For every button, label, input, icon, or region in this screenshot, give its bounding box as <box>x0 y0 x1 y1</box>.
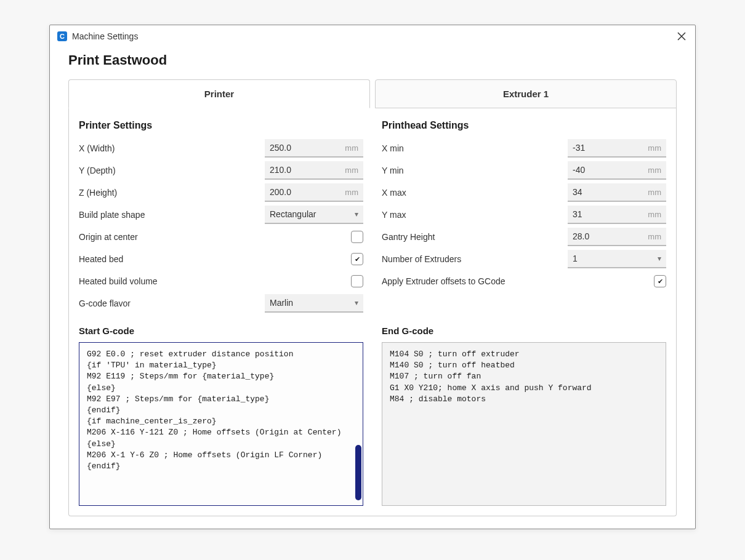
x-min-input[interactable]: -31 mm <box>568 139 666 158</box>
gcode-flavor-label: G-code flavor <box>79 298 265 308</box>
end-gcode-textarea[interactable]: M104 S0 ; turn off extruder M140 S0 ; tu… <box>382 342 666 506</box>
gantry-height-unit: mm <box>648 232 661 241</box>
tab-printer[interactable]: Printer <box>68 79 370 108</box>
gcode-flavor-value: Marlin <box>270 298 355 308</box>
gantry-height-value: 28.0 <box>573 231 648 241</box>
gantry-height-label: Gantry Height <box>382 232 568 242</box>
y-max-label: Y max <box>382 210 568 220</box>
y-depth-label: Y (Depth) <box>79 166 265 175</box>
machine-settings-window: C Machine Settings Print Eastwood Printe… <box>49 25 696 529</box>
printhead-settings-title: Printhead Settings <box>382 120 666 131</box>
tabpanel-printer: Printer Settings X (Width) 250.0 mm Y (D… <box>68 108 677 516</box>
tab-extruder-1[interactable]: Extruder 1 <box>375 79 677 108</box>
y-depth-unit: mm <box>345 166 358 175</box>
gcode-flavor-select[interactable]: Marlin ▾ <box>265 294 363 313</box>
scrollbar[interactable] <box>355 445 361 500</box>
printer-settings-title: Printer Settings <box>79 120 363 131</box>
start-gcode-textarea[interactable]: G92 E0.0 ; reset extruder distance posit… <box>79 342 363 506</box>
x-max-input[interactable]: 34 mm <box>568 183 666 202</box>
gantry-height-input[interactable]: 28.0 mm <box>568 228 666 246</box>
build-plate-shape-value: Rectangular <box>270 209 355 219</box>
y-min-value: -40 <box>573 165 648 175</box>
x-width-value: 250.0 <box>270 143 345 153</box>
x-width-unit: mm <box>345 143 358 153</box>
start-gcode-title: Start G-code <box>79 326 363 336</box>
z-height-unit: mm <box>345 188 358 197</box>
app-icon: C <box>57 31 67 41</box>
z-height-value: 200.0 <box>270 187 345 197</box>
x-min-value: -31 <box>573 143 648 153</box>
end-gcode-content: M104 S0 ; turn off extruder M140 S0 ; tu… <box>390 350 592 404</box>
titlebar: C Machine Settings <box>50 25 695 46</box>
build-plate-shape-select[interactable]: Rectangular ▾ <box>265 206 363 224</box>
close-icon <box>677 32 686 41</box>
y-depth-input[interactable]: 210.0 mm <box>265 161 363 180</box>
y-depth-value: 210.0 <box>270 165 345 175</box>
page-title: Print Eastwood <box>68 52 677 68</box>
chevron-down-icon: ▾ <box>658 254 661 263</box>
chevron-down-icon: ▾ <box>355 210 358 218</box>
heated-bed-label: Heated bed <box>79 254 351 264</box>
origin-at-center-checkbox[interactable] <box>351 231 363 243</box>
x-width-input[interactable]: 250.0 mm <box>265 139 363 158</box>
num-extruders-select[interactable]: 1 ▾ <box>568 250 666 268</box>
chevron-down-icon: ▾ <box>355 298 358 307</box>
tabs: Printer Extruder 1 <box>68 79 677 108</box>
x-max-unit: mm <box>648 188 661 197</box>
apply-offsets-checkbox[interactable]: ✔ <box>654 275 666 287</box>
x-width-label: X (Width) <box>79 143 265 153</box>
printhead-settings-column: Printhead Settings X min -31 mm Y min -4… <box>382 120 666 314</box>
x-min-unit: mm <box>648 143 661 153</box>
y-max-input[interactable]: 31 mm <box>568 206 666 224</box>
x-max-label: X max <box>382 188 568 198</box>
heated-build-volume-label: Heated build volume <box>79 276 351 286</box>
heated-bed-checkbox[interactable]: ✔ <box>351 253 363 265</box>
origin-at-center-label: Origin at center <box>79 232 351 242</box>
y-min-unit: mm <box>648 166 661 175</box>
heated-build-volume-checkbox[interactable] <box>351 275 363 287</box>
y-min-label: Y min <box>382 166 568 175</box>
start-gcode-content: G92 E0.0 ; reset extruder distance posit… <box>87 350 341 471</box>
build-plate-shape-label: Build plate shape <box>79 210 265 220</box>
num-extruders-label: Number of Extruders <box>382 254 568 264</box>
window-title: Machine Settings <box>72 31 138 41</box>
printer-settings-column: Printer Settings X (Width) 250.0 mm Y (D… <box>79 120 363 314</box>
num-extruders-value: 1 <box>573 254 658 263</box>
y-max-value: 31 <box>573 209 648 219</box>
apply-offsets-label: Apply Extruder offsets to GCode <box>382 276 654 286</box>
z-height-input[interactable]: 200.0 mm <box>265 183 363 202</box>
x-max-value: 34 <box>573 187 648 197</box>
z-height-label: Z (Height) <box>79 188 265 198</box>
x-min-label: X min <box>382 143 568 153</box>
y-max-unit: mm <box>648 210 661 219</box>
y-min-input[interactable]: -40 mm <box>568 161 666 180</box>
close-button[interactable] <box>675 30 688 42</box>
end-gcode-title: End G-code <box>382 326 666 336</box>
